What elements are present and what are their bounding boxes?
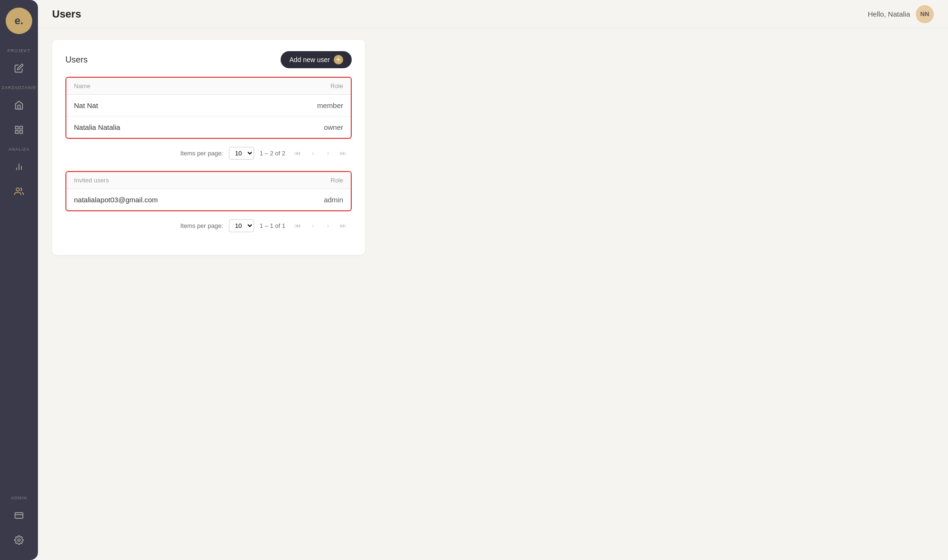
- invited-name-0: natalialapot03@gmail.com: [74, 196, 296, 204]
- users-last-page-button[interactable]: ⏭: [337, 146, 350, 160]
- invited-users-table: Invited users Role natalialapot03@gmail.…: [65, 171, 352, 211]
- sidebar-section-zarzadzanie: ZARZĄDZANIE: [0, 85, 38, 90]
- svg-rect-2: [20, 131, 23, 134]
- svg-rect-0: [16, 126, 18, 129]
- users-table-header: Name Role: [66, 78, 351, 95]
- users-col-role-header: Role: [296, 82, 343, 90]
- users-pagination: Items per page: 10 25 50 1 – 2 of 2 ⏮ ‹ …: [65, 146, 352, 160]
- invited-items-per-page-label: Items per page:: [180, 222, 223, 229]
- user-name-0: Nat Nat: [74, 101, 296, 109]
- card-title: Users: [65, 55, 88, 65]
- users-card: Users Add new user + Name Role Nat Nat m…: [52, 40, 365, 255]
- table-row: Nat Nat member: [66, 95, 351, 117]
- svg-point-10: [18, 539, 20, 542]
- invited-next-page-button[interactable]: ›: [321, 219, 335, 232]
- greeting-text: Hello, Natalia: [868, 10, 910, 18]
- sidebar-item-users[interactable]: [9, 181, 29, 202]
- user-role-1: owner: [296, 123, 343, 131]
- user-name-1: Natalia Natalia: [74, 123, 296, 131]
- sidebar-section-admin: ADMIN: [0, 496, 38, 500]
- users-next-page-button[interactable]: ›: [321, 146, 335, 160]
- sidebar-item-grid[interactable]: [9, 119, 29, 140]
- table-row: Natalia Natalia owner: [66, 117, 351, 138]
- user-role-0: member: [296, 101, 343, 109]
- sidebar-item-edit[interactable]: [9, 58, 29, 79]
- invited-first-page-button[interactable]: ⏮: [291, 219, 304, 232]
- add-user-button[interactable]: Add new user +: [281, 51, 352, 68]
- header-right: Hello, Natalia NN: [868, 5, 934, 23]
- sidebar-item-settings[interactable]: [9, 530, 29, 551]
- invited-pagination-buttons: ⏮ ‹ › ⏭: [291, 219, 350, 232]
- users-pagination-range: 1 – 2 of 2: [260, 150, 285, 157]
- users-items-per-page-label: Items per page:: [180, 150, 223, 157]
- invited-col-name-header: Invited users: [74, 177, 296, 184]
- users-items-per-page-select[interactable]: 10 25 50: [229, 147, 254, 160]
- svg-rect-3: [16, 131, 18, 134]
- app-logo[interactable]: e.: [6, 8, 32, 34]
- svg-rect-1: [20, 126, 23, 129]
- sidebar-item-home[interactable]: [9, 95, 29, 116]
- sidebar-item-chart[interactable]: [9, 156, 29, 177]
- main-container: Users Hello, Natalia NN Users Add new us…: [38, 0, 948, 560]
- page-title: Users: [52, 8, 81, 20]
- users-table: Name Role Nat Nat member Natalia Natalia…: [65, 77, 352, 139]
- invited-role-0: admin: [296, 196, 343, 204]
- invited-items-per-page-select[interactable]: 10 25 50: [229, 219, 254, 232]
- page-content: Users Add new user + Name Role Nat Nat m…: [38, 28, 948, 560]
- users-pagination-buttons: ⏮ ‹ › ⏭: [291, 146, 350, 160]
- card-header: Users Add new user +: [65, 51, 352, 68]
- avatar[interactable]: NN: [916, 5, 934, 23]
- users-first-page-button[interactable]: ⏮: [291, 146, 304, 160]
- users-col-name-header: Name: [74, 82, 296, 90]
- invited-last-page-button[interactable]: ⏭: [337, 219, 350, 232]
- sidebar-section-projekt: PROJEKT: [0, 48, 38, 53]
- users-prev-page-button[interactable]: ‹: [306, 146, 319, 160]
- invited-table-header: Invited users Role: [66, 172, 351, 189]
- svg-point-7: [16, 188, 19, 191]
- invited-col-role-header: Role: [296, 177, 343, 184]
- sidebar: e. PROJEKT ZARZĄDZANIE ANALIZA: [0, 0, 38, 560]
- invited-pagination: Items per page: 10 25 50 1 – 1 of 1 ⏮ ‹ …: [65, 219, 352, 232]
- svg-rect-8: [15, 513, 23, 518]
- top-header: Users Hello, Natalia NN: [38, 0, 948, 28]
- table-row: natalialapot03@gmail.com admin: [66, 189, 351, 210]
- invited-pagination-range: 1 – 1 of 1: [260, 222, 285, 229]
- sidebar-section-analiza: ANALIZA: [0, 147, 38, 152]
- invited-prev-page-button[interactable]: ‹: [306, 219, 319, 232]
- plus-icon: +: [334, 55, 343, 64]
- sidebar-item-billing[interactable]: [9, 505, 29, 526]
